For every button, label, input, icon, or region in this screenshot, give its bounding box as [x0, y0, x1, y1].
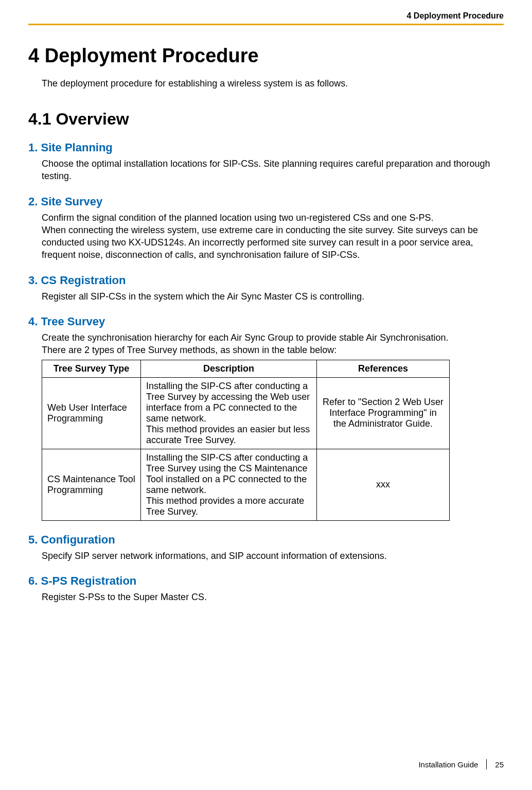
- td-type: CS Maintenance Tool Programming: [42, 449, 141, 520]
- tree-survey-body: Create the synchronisation hierarchy for…: [42, 331, 504, 357]
- page-footer: Installation Guide 25: [418, 759, 504, 769]
- site-survey-heading: 2. Site Survey: [28, 195, 504, 208]
- running-header: 4 Deployment Procedure: [28, 0, 504, 24]
- site-planning-heading: 1. Site Planning: [28, 141, 504, 154]
- configuration-body: Specify SIP server network informations,…: [42, 550, 504, 562]
- footer-divider: [486, 759, 487, 769]
- tree-survey-table: Tree Survey Type Description References …: [42, 360, 450, 521]
- td-ref: xxx: [317, 449, 450, 520]
- footer-page-number: 25: [495, 760, 504, 769]
- td-desc: Installing the SIP-CS after conducting a…: [141, 449, 317, 520]
- tree-survey-line2: There are 2 types of Tree Survey methods…: [42, 345, 336, 355]
- tree-survey-heading: 4. Tree Survey: [28, 315, 504, 328]
- td-type: Web User Interface Programming: [42, 377, 141, 449]
- site-survey-line1: Confirm the signal condition of the plan…: [42, 213, 433, 223]
- td-ref: Refer to "Section 2 Web User Interface P…: [317, 377, 450, 449]
- footer-guide: Installation Guide: [418, 760, 478, 769]
- configuration-heading: 5. Configuration: [28, 533, 504, 547]
- table-row: CS Maintenance Tool Programming Installi…: [42, 449, 450, 520]
- th-ref: References: [317, 360, 450, 377]
- chapter-heading: 4 Deployment Procedure: [28, 45, 504, 67]
- cs-registration-body: Register all SIP-CSs in the system which…: [42, 290, 504, 303]
- th-type: Tree Survey Type: [42, 360, 141, 377]
- overview-heading: 4.1 Overview: [28, 110, 504, 129]
- header-rule: [28, 24, 504, 25]
- chapter-intro: The deployment procedure for establishin…: [42, 78, 504, 89]
- th-desc: Description: [141, 360, 317, 377]
- table-row: Web User Interface Programming Installin…: [42, 377, 450, 449]
- site-survey-line2: When connecting the wireless system, use…: [42, 225, 478, 260]
- tree-survey-line1: Create the synchronisation hierarchy for…: [42, 332, 448, 343]
- sps-registration-heading: 6. S-PS Registration: [28, 574, 504, 588]
- sps-registration-body: Register S-PSs to the Super Master CS.: [42, 591, 504, 603]
- table-header-row: Tree Survey Type Description References: [42, 360, 450, 377]
- site-planning-body: Choose the optimal installation location…: [42, 157, 504, 183]
- td-desc: Installing the SIP-CS after conducting a…: [141, 377, 317, 449]
- site-survey-body: Confirm the signal condition of the plan…: [42, 212, 504, 261]
- cs-registration-heading: 3. CS Registration: [28, 274, 504, 287]
